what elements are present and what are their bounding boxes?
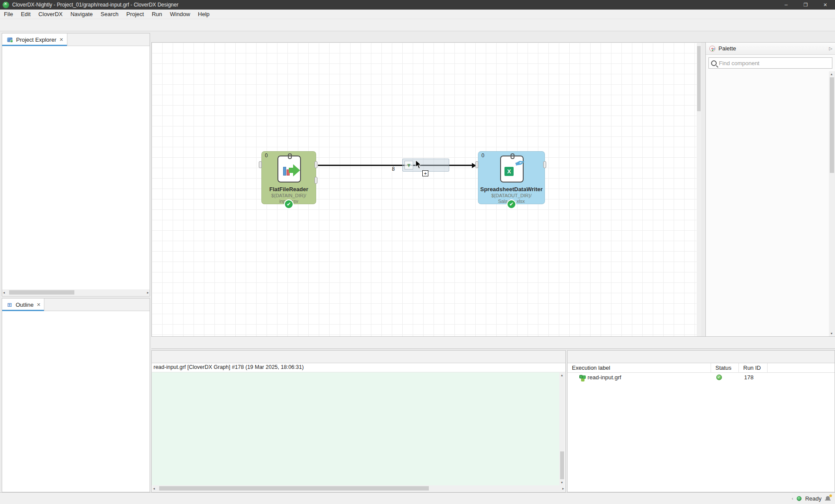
menu-navigate[interactable]: Navigate (67, 10, 97, 18)
close-icon[interactable]: ✕ (59, 37, 63, 43)
close-icon[interactable]: ✕ (37, 302, 40, 308)
restore-tray-icon[interactable]: ‹ (792, 496, 793, 501)
canvas-vscrollbar[interactable] (697, 43, 701, 336)
component-name: FlatFileReader (262, 186, 316, 192)
console-panel: read-input.grf [CloverDX Graph] #178 (19… (151, 350, 566, 492)
editor-view-tab-bar (151, 336, 835, 349)
palette-vscrollbar[interactable]: ▴ ▾ (829, 71, 835, 336)
tab-project-explorer[interactable]: Project Explorer ✕ (2, 33, 67, 46)
component-flatfilereader[interactable]: 0 FlatFileReader ${DATAIN_DIR}/ input.cs… (261, 151, 316, 204)
palette-icon (709, 46, 715, 52)
menu-project[interactable]: Project (123, 10, 148, 18)
palette-list[interactable] (706, 71, 829, 336)
execution-table-header: Execution label Status Run ID (568, 363, 835, 373)
notifications-bell-icon[interactable] (825, 496, 831, 501)
output-port-0[interactable] (314, 161, 317, 168)
copy-plus-cursor-badge: + (422, 170, 428, 176)
menu-window[interactable]: Window (166, 10, 194, 18)
input-port[interactable] (475, 161, 478, 168)
execution-row[interactable]: read-input.grf ✓ 178 (568, 373, 835, 381)
component-desc: ${DATAOUT_DIR}/ (478, 193, 544, 198)
menu-help[interactable]: Help (194, 10, 214, 18)
column-run-id[interactable]: Run ID (739, 363, 768, 373)
output-port[interactable] (543, 161, 546, 168)
palette-header: Palette ▷ (706, 43, 835, 55)
console-log[interactable] (152, 372, 560, 485)
execution-rows: read-input.grf ✓ 178 (568, 373, 835, 381)
title-bar: CloverDX-Nightly - Project_01/graph/read… (0, 0, 835, 10)
mouse-cursor (415, 160, 422, 169)
menu-file[interactable]: File (0, 10, 17, 18)
menu-bar: FileEditCloverDXNavigateSearchProjectRun… (0, 10, 835, 19)
execution-panel: Execution label Status Run ID read-input… (567, 350, 835, 492)
status-ok-badge: ✔ (507, 199, 516, 209)
search-icon (711, 60, 717, 66)
main-toolbar (0, 19, 835, 31)
project-explorer-title: Project Explorer (16, 36, 56, 43)
find-component-input[interactable] (719, 60, 819, 66)
explorer-hscrollbar[interactable]: ◂ ▸ (2, 289, 150, 295)
filter-ghost-icon: ▼ (404, 161, 413, 169)
menu-cloverdx[interactable]: CloverDX (34, 10, 67, 18)
status-ready-label: Ready (805, 495, 822, 502)
graph-file-icon (578, 373, 586, 381)
edge-record-count: 8 (391, 166, 396, 172)
menu-search[interactable]: Search (97, 10, 122, 18)
column-status[interactable]: Status (711, 363, 739, 373)
project-explorer-icon (7, 37, 13, 42)
close-window-button[interactable]: ✕ (815, 0, 835, 10)
input-port[interactable] (259, 161, 262, 168)
palette-panel: Palette ▷ ▴ ▾ (705, 43, 835, 336)
server-status-icon (797, 496, 802, 501)
drag-ghost-filter-component: ▼ (402, 159, 449, 172)
editor-tab-bar (151, 32, 835, 43)
console-hscrollbar[interactable]: ◂ ▸ (152, 485, 565, 491)
execution-label: read-input.grf (588, 374, 621, 381)
flatfilereader-icon (277, 156, 301, 182)
collapse-palette-icon[interactable]: ▷ (829, 46, 832, 51)
output-port-1[interactable] (314, 177, 317, 184)
console-job-header: read-input.grf [CloverDX Graph] #178 (19… (152, 363, 565, 372)
status-ok-badge: ✔ (284, 199, 294, 209)
outline-title: Outline (16, 302, 33, 308)
tab-outline[interactable]: ⊞ Outline ✕ (2, 298, 44, 311)
outline-panel: ⊞ Outline ✕ (2, 298, 150, 492)
graph-canvas[interactable]: 8 0 FlatFileReader ${DATAIN_DIR}/ input.… (151, 43, 701, 336)
component-spreadsheetdatawriter[interactable]: 0 X✒ SpreadsheetDataWriter ${DATAOUT_DIR… (478, 151, 545, 204)
finished-ok-icon: ✓ (716, 375, 722, 380)
component-desc: ${DATAIN_DIR}/ (262, 193, 316, 198)
menu-run[interactable]: Run (148, 10, 166, 18)
spreadsheetdatawriter-icon: X✒ (500, 156, 524, 182)
status-bar: ‹ Ready (0, 492, 835, 504)
outline-icon: ⊞ (6, 301, 13, 308)
minimize-window-button[interactable]: ─ (776, 0, 796, 10)
phase-label: 0 (265, 153, 268, 159)
run-id: 178 (744, 374, 754, 381)
restore-window-button[interactable]: ❐ (796, 0, 815, 10)
console-vscrollbar[interactable]: ▴ ▾ (559, 372, 565, 485)
column-execution-label[interactable]: Execution label (568, 363, 711, 373)
outline-tree[interactable] (2, 312, 150, 492)
window-title: CloverDX-Nightly - Project_01/graph/read… (12, 2, 178, 8)
component-name: SpreadsheetDataWriter (478, 186, 544, 192)
palette-title: Palette (718, 45, 736, 52)
app-logo-icon (3, 2, 9, 8)
phase-label: 0 (481, 153, 484, 159)
palette-search (708, 57, 832, 69)
project-explorer-tree[interactable] (2, 46, 150, 289)
menu-edit[interactable]: Edit (17, 10, 34, 18)
project-explorer-panel: Project Explorer ✕ ◂ ▸ (2, 33, 150, 296)
